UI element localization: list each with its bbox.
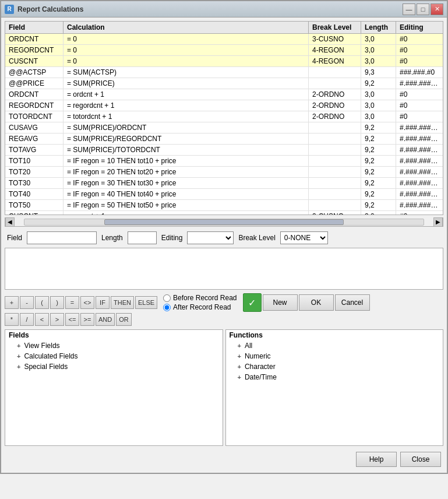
- table-cell: [309, 78, 361, 89]
- table-cell: 3,0: [361, 45, 396, 55]
- functions-panel-item-datetime-functions[interactable]: +Date/Time: [226, 372, 443, 382]
- table-cell: = 0: [64, 34, 309, 44]
- table-row[interactable]: TOT10= IF regon = 10 THEN tot10 + price9…: [5, 156, 443, 167]
- table-cell: 9,2: [361, 189, 396, 199]
- expand-icon: +: [238, 342, 241, 349]
- table-cell: [309, 67, 361, 78]
- table-cell: 2-ORDNO: [309, 111, 361, 122]
- table-row[interactable]: TOT30= IF regon = 30 THEN tot30 + price9…: [5, 178, 443, 189]
- expand-icon: +: [17, 342, 20, 349]
- maximize-button[interactable]: □: [417, 3, 429, 15]
- table-cell: = regordcnt + 1: [64, 100, 309, 111]
- expression-editor[interactable]: [5, 248, 443, 290]
- table-row[interactable]: TOT50= IF regon = 50 THEN tot50 + price9…: [5, 200, 443, 211]
- close-button-footer[interactable]: Close: [400, 452, 441, 467]
- table-row[interactable]: CUSAVG= SUM(PRICE)/ORDCNT9,2#.###.###.#0: [5, 122, 443, 133]
- field-input[interactable]: [27, 231, 97, 244]
- and-btn[interactable]: AND: [96, 313, 115, 326]
- table-cell: #.###.###.#0: [396, 133, 443, 144]
- confirm-button[interactable]: ✓: [243, 293, 262, 312]
- table-row[interactable]: TOTAVG= SUM(PRICE)/TOTORDCNT9,2#.###.###…: [5, 145, 443, 156]
- functions-panel-item-character-functions[interactable]: +Character: [226, 361, 443, 372]
- after-record-label: After Record Read: [173, 303, 231, 311]
- table-row[interactable]: TOT20= IF regon = 20 THEN tot20 + price9…: [5, 167, 443, 178]
- table-cell: 3,0: [361, 211, 396, 215]
- minimize-button[interactable]: —: [403, 3, 415, 15]
- record-read-group: Before Record Read After Record Read: [163, 294, 237, 311]
- horizontal-scrollbar[interactable]: ◀ ▶: [5, 217, 443, 227]
- if-btn[interactable]: IF: [96, 296, 110, 309]
- gt-btn[interactable]: >: [50, 313, 64, 326]
- multiply-btn[interactable]: *: [5, 313, 19, 326]
- table-cell: = SUM(PRICE): [64, 78, 309, 89]
- toolbar-row: + - ( ) = <> IF THEN ELSE Before Record …: [5, 293, 443, 312]
- table-cell: 9,2: [361, 178, 396, 188]
- break-level-select[interactable]: 0-NONE1-2-ORDNO3-CUSNO4-REGON: [280, 231, 328, 244]
- table-body: ORDCNT= 03-CUSNO3,0#0REGORDCNT= 04-REGON…: [5, 34, 443, 215]
- table-row[interactable]: ORDCNT= ordcnt + 12-ORDNO3,0#0: [5, 89, 443, 100]
- functions-panel-item-numeric-functions[interactable]: +Numeric: [226, 351, 443, 361]
- scroll-left-arrow[interactable]: ◀: [5, 217, 15, 227]
- form-row: Field Length Editing Break Level 0-NONE1…: [5, 230, 443, 245]
- table-cell: #.###.###.#0: [396, 189, 443, 199]
- table-row[interactable]: REGAVG= SUM(PRICE)/REGORDCNT9,2#.###.###…: [5, 133, 443, 145]
- close-paren-btn[interactable]: ): [50, 296, 64, 309]
- panel-item-label: Date/Time: [245, 373, 277, 381]
- table-row[interactable]: TOTORDCNT= totordcnt + 12-ORDNO3,0#0: [5, 111, 443, 122]
- table-row[interactable]: REGORDCNT= 04-REGON3,0#0: [5, 45, 443, 56]
- table-row[interactable]: REGORDCNT= regordcnt + 12-ORDNO3,0#0: [5, 100, 443, 111]
- table-row[interactable]: @@PRICE= SUM(PRICE)9,2#.###.###.#0: [5, 78, 443, 89]
- math-btn-group: + -: [5, 296, 34, 309]
- table-cell: 3,0: [361, 56, 396, 66]
- then-btn[interactable]: THEN: [111, 296, 134, 309]
- table-row[interactable]: @@ACTSP= SUM(ACTSP)9,3###.###.#0: [5, 67, 443, 78]
- expand-icon: +: [17, 363, 20, 370]
- table-cell: ###.###.#0: [396, 67, 443, 78]
- lte-btn[interactable]: <=: [65, 313, 79, 326]
- before-record-radio[interactable]: [163, 294, 171, 302]
- table-row[interactable]: CUSCNT= 04-REGON3,0#0: [5, 56, 443, 67]
- fields-panel-item-view-fields[interactable]: +View Fields: [5, 340, 223, 351]
- close-button[interactable]: ✕: [431, 3, 443, 15]
- minus-btn[interactable]: -: [20, 296, 34, 309]
- editing-select[interactable]: [187, 231, 234, 244]
- table-cell: #0: [396, 34, 443, 44]
- divide-btn[interactable]: /: [20, 313, 34, 326]
- table-cell: @@ACTSP: [5, 67, 64, 78]
- cancel-button[interactable]: Cancel: [335, 294, 370, 311]
- table-cell: TOT30: [5, 178, 64, 188]
- fields-panel-item-special-fields[interactable]: +Special Fields: [5, 361, 223, 372]
- lt-btn[interactable]: <: [35, 313, 49, 326]
- add-btn[interactable]: +: [5, 296, 19, 309]
- table-row[interactable]: CUSCNT= cuscnt + 13-CUSNO3,0#0: [5, 211, 443, 215]
- fields-panel-title: Fields: [5, 330, 223, 340]
- scroll-track[interactable]: [24, 219, 424, 226]
- table-cell: = ordcnt + 1: [64, 89, 309, 100]
- table-row[interactable]: ORDCNT= 03-CUSNO3,0#0: [5, 34, 443, 45]
- gte-btn[interactable]: >=: [80, 313, 94, 326]
- new-button[interactable]: New: [263, 294, 298, 311]
- table-row[interactable]: TOT40= IF regon = 40 THEN tot40 + price9…: [5, 189, 443, 200]
- not-equal-btn[interactable]: <>: [80, 296, 94, 309]
- length-input[interactable]: [128, 231, 157, 244]
- after-record-radio[interactable]: [163, 304, 171, 311]
- open-paren-btn[interactable]: (: [35, 296, 49, 309]
- table-cell: TOT50: [5, 200, 64, 210]
- expand-icon: +: [238, 363, 241, 370]
- help-button[interactable]: Help: [356, 452, 397, 467]
- functions-panel-item-all-functions[interactable]: +All: [226, 340, 443, 351]
- window-icon: R: [5, 5, 14, 14]
- else-btn[interactable]: ELSE: [135, 296, 157, 309]
- equals-btn[interactable]: =: [65, 296, 79, 309]
- main-window: R Report Calculations — □ ✕ Field Calcul…: [0, 0, 448, 474]
- table-cell: = IF regon = 30 THEN tot30 + price: [64, 178, 309, 188]
- table-cell: TOT20: [5, 167, 64, 177]
- scroll-right-arrow[interactable]: ▶: [433, 217, 443, 227]
- table-cell: #0: [396, 100, 443, 111]
- scroll-thumb[interactable]: [104, 219, 344, 225]
- table-cell: CUSCNT: [5, 56, 64, 66]
- ok-button[interactable]: OK: [299, 294, 334, 311]
- title-bar: R Report Calculations — □ ✕: [1, 1, 447, 17]
- fields-panel-item-calculated-fields[interactable]: +Calculated Fields: [5, 351, 223, 361]
- or-btn[interactable]: OR: [116, 313, 132, 326]
